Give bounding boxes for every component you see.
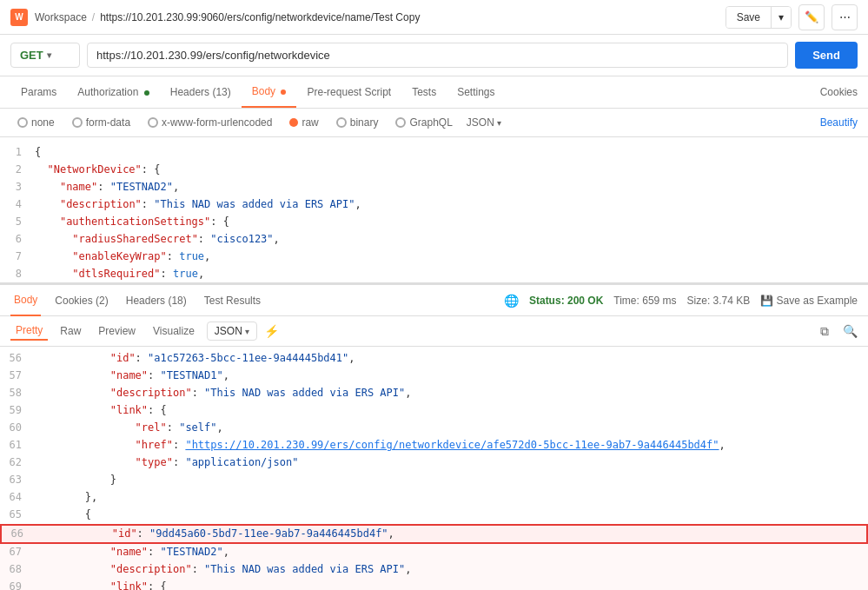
radio-none[interactable]: [17, 117, 28, 128]
top-bar-actions: Save ▾ ✏️ ⋯: [726, 4, 858, 30]
resp-json-dropdown[interactable]: JSON ▾: [207, 322, 257, 341]
response-globe-icon: 🌐: [504, 294, 519, 308]
resp-line-61: 61 "href": "https://10.201.230.99/ers/co…: [0, 437, 868, 454]
authorization-dot: [144, 90, 149, 96]
code-line-2: 2 "NetworkDevice": {: [0, 162, 868, 179]
response-body: 56 "id": "a1c57263-5bcc-11ee-9a44445bd41…: [0, 347, 868, 590]
workspace-label: Workspace: [35, 11, 87, 23]
radio-form-data[interactable]: [72, 117, 83, 128]
resp-link-61[interactable]: "https://10.201.230.99/ers/config/networ…: [185, 439, 719, 451]
body-binary[interactable]: binary: [329, 114, 386, 131]
cookies-link[interactable]: Cookies: [820, 77, 858, 107]
code-line-6: 6 "radiusSharedSecret": "cisco123",: [0, 231, 868, 249]
save-example-button[interactable]: 💾 Save as Example: [760, 295, 858, 307]
code-line-5: 5 "authenticationSettings": {: [0, 214, 868, 231]
breadcrumb: Workspace / https://10.201.230.99:9060/e…: [35, 11, 719, 23]
url-input[interactable]: [87, 43, 788, 68]
code-line-3: 3 "name": "TESTNAD2",: [0, 179, 868, 196]
resp-json-chevron: ▾: [245, 327, 249, 336]
resp-line-66: 66 "id": "9dd45a60-5bd7-11ee-9ab7-9a4464…: [0, 524, 868, 544]
resp-line-69: 69 "link": {: [0, 579, 868, 590]
filter-icon[interactable]: ⚡: [264, 324, 279, 338]
edit-icon-btn[interactable]: ✏️: [798, 4, 825, 30]
save-btn-label[interactable]: Save: [726, 7, 771, 28]
json-type-label: JSON: [467, 116, 494, 129]
breadcrumb-sep: /: [92, 11, 95, 23]
code-line-7: 7 "enableKeyWrap": true,: [0, 249, 868, 266]
resp-line-68: 68 "description": "This NAD was added vi…: [0, 561, 868, 579]
json-type-select[interactable]: JSON ▾: [467, 116, 501, 129]
json-type-chevron: ▾: [497, 118, 501, 128]
response-format-bar: Pretty Raw Preview Visualize JSON ▾ ⚡ ⧉ …: [0, 316, 868, 347]
send-button[interactable]: Send: [795, 42, 858, 69]
radio-urlencoded[interactable]: [148, 117, 158, 128]
search-icon[interactable]: 🔍: [843, 324, 858, 338]
top-bar: W Workspace / https://10.201.230.99:9060…: [0, 0, 868, 35]
save-button[interactable]: Save ▾: [726, 6, 792, 29]
radio-graphql[interactable]: [395, 117, 406, 128]
resp-json-label: JSON: [215, 325, 242, 337]
status-200: Status: 200 OK: [529, 295, 603, 307]
resp-line-64: 64 },: [0, 489, 868, 507]
resp-tab-headers[interactable]: Headers (18): [123, 295, 190, 307]
resp-tab-cookies[interactable]: Cookies (2): [51, 295, 111, 307]
resp-line-58: 58 "description": "This NAD was added vi…: [0, 385, 868, 402]
tab-headers[interactable]: Headers (13): [160, 77, 242, 107]
tab-params[interactable]: Params: [10, 77, 67, 107]
resp-line-59: 59 "link": {: [0, 402, 868, 420]
response-size: Size: 3.74 KB: [687, 295, 751, 307]
tab-tests[interactable]: Tests: [401, 77, 447, 107]
resp-tab-test-results[interactable]: Test Results: [201, 295, 264, 307]
method-label: GET: [20, 49, 43, 62]
resp-format-pretty[interactable]: Pretty: [10, 322, 48, 341]
tab-body[interactable]: Body: [242, 76, 297, 108]
workspace-icon: W: [10, 9, 28, 26]
resp-format-preview[interactable]: Preview: [93, 322, 141, 340]
url-bar: GET ▾ Send: [0, 35, 868, 76]
resp-line-57: 57 "name": "TESTNAD1",: [0, 368, 868, 385]
response-header: Body Cookies (2) Headers (18) Test Resul…: [0, 285, 868, 316]
method-select[interactable]: GET ▾: [10, 43, 80, 68]
more-options-btn[interactable]: ⋯: [832, 4, 858, 30]
tab-settings[interactable]: Settings: [447, 77, 505, 107]
method-chevron: ▾: [47, 50, 51, 60]
radio-binary[interactable]: [336, 117, 347, 128]
radio-raw[interactable]: [289, 118, 298, 127]
tab-pre-request[interactable]: Pre-request Script: [296, 77, 401, 107]
resp-format-raw[interactable]: Raw: [55, 322, 86, 340]
body-form-data[interactable]: form-data: [65, 114, 137, 131]
resp-line-60: 60 "rel": "self",: [0, 420, 868, 437]
tab-authorization[interactable]: Authorization: [67, 77, 159, 107]
resp-line-67: 67 "name": "TESTNAD2",: [0, 544, 868, 561]
resp-line-63: 63 }: [0, 472, 868, 489]
resp-line-56: 56 "id": "a1c57263-5bcc-11ee-9a44445bd41…: [0, 350, 868, 368]
copy-icon[interactable]: ⧉: [820, 324, 829, 339]
code-line-8: 8 "dtlsRequired": true,: [0, 266, 868, 283]
code-line-4: 4 "description": "This NAD was added via…: [0, 196, 868, 214]
request-body-editor[interactable]: 1 { 2 "NetworkDevice": { 3 "name": "TEST…: [0, 137, 868, 285]
resp-format-visualize[interactable]: Visualize: [148, 322, 200, 340]
code-line-1: 1 {: [0, 144, 868, 162]
body-graphql[interactable]: GraphQL: [388, 114, 459, 131]
body-type-bar: none form-data x-www-form-urlencoded raw…: [0, 109, 868, 137]
resp-tab-body[interactable]: Body: [10, 285, 41, 316]
response-time: Time: 659 ms: [613, 295, 676, 307]
body-none[interactable]: none: [10, 114, 62, 131]
body-dot: [281, 89, 286, 95]
resp-line-62: 62 "type": "application/json": [0, 454, 868, 472]
breadcrumb-url: https://10.201.230.99:9060/ers/config/ne…: [100, 11, 420, 23]
resp-line-65: 65 {: [0, 507, 868, 524]
body-urlencoded[interactable]: x-www-form-urlencoded: [141, 114, 279, 131]
body-raw[interactable]: raw: [282, 114, 325, 131]
response-status: 🌐 Status: 200 OK Time: 659 ms Size: 3.74…: [504, 294, 858, 308]
beautify-button[interactable]: Beautify: [820, 116, 858, 129]
request-tabs: Params Authorization Headers (13) Body P…: [0, 76, 868, 109]
save-btn-dropdown[interactable]: ▾: [771, 7, 791, 28]
